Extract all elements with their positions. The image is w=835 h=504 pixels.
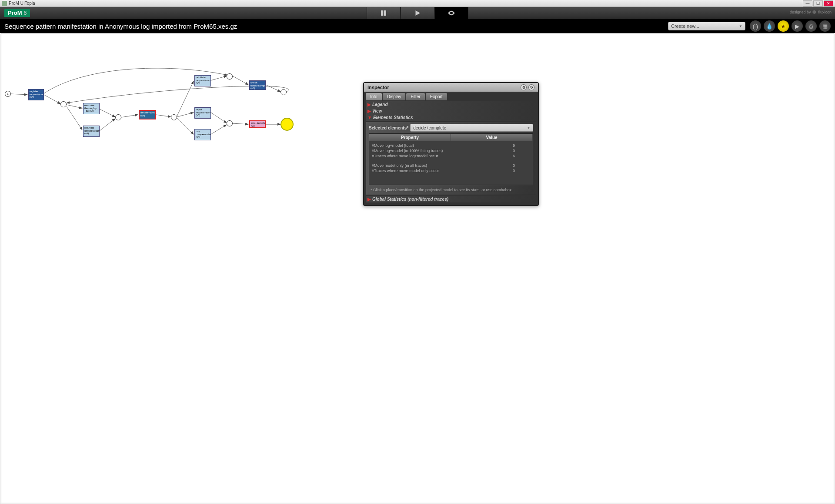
nav-tab-workspace[interactable] (367, 7, 401, 19)
close-button[interactable]: ✕ (824, 0, 833, 7)
minimize-button[interactable]: — (803, 0, 812, 7)
page-title: Sequence pattern manifestation in Anonym… (4, 23, 668, 30)
svg-rect-0 (381, 10, 383, 16)
top-toolbar: ProM 6 designed by ⬢ fluxicon (0, 7, 835, 19)
nav-tab-view[interactable] (434, 7, 468, 19)
maximize-button[interactable]: ☐ (813, 0, 823, 7)
nav-tab-actions[interactable] (401, 7, 434, 19)
fluxicon-logo-icon: ⬢ (812, 10, 816, 14)
window-titlebar: ProM UITopia — ☐ ✕ (0, 0, 835, 7)
sub-toolbar: Sequence pattern manifestation in Anonym… (0, 19, 835, 33)
print-icon[interactable]: ⎙ (805, 20, 817, 32)
drop-icon[interactable]: 💧 (764, 20, 775, 32)
parentheses-icon[interactable]: ( ) (750, 20, 761, 32)
brand-label: designed by ⬢ fluxicon (790, 10, 832, 14)
window-title: ProM UITopia (9, 1, 803, 6)
svg-rect-1 (384, 10, 386, 16)
chevron-down-icon: ▼ (739, 24, 742, 28)
app-logo: ProM 6 (4, 9, 30, 17)
app-icon (2, 1, 7, 6)
grid-icon[interactable]: ▦ (819, 20, 831, 32)
create-new-dropdown[interactable]: Create new... ▼ (668, 22, 745, 30)
play-icon[interactable]: ▶ (792, 20, 803, 32)
star-icon[interactable]: ★ (778, 20, 789, 32)
